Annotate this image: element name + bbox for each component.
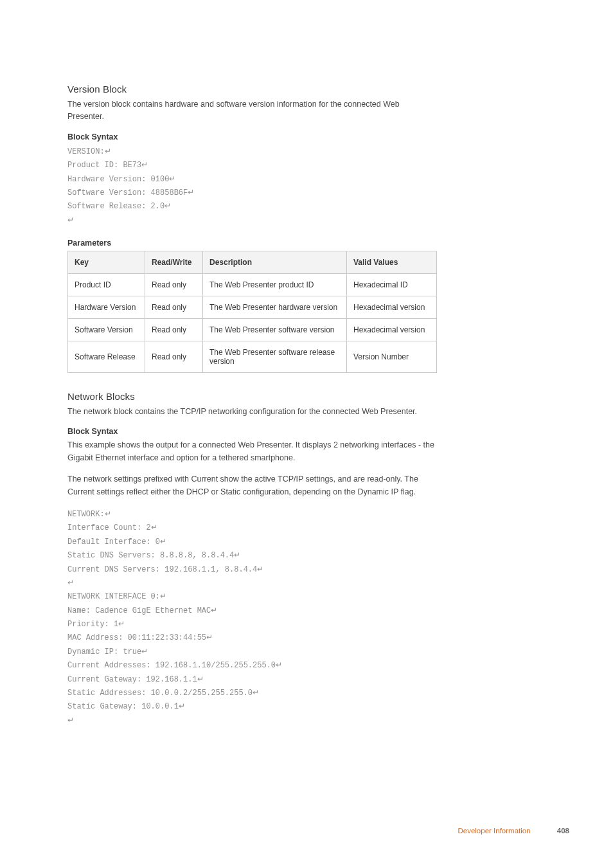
version-code-block: VERSION:↵ Product ID: BE73↵ Hardware Ver… <box>67 145 437 227</box>
col-header-valid: Valid Values <box>347 251 437 274</box>
col-header-desc: Description <box>203 251 347 274</box>
return-icon: ↵ <box>118 617 125 630</box>
return-icon: ↵ <box>188 186 194 199</box>
table-cell: Read only <box>145 341 203 373</box>
return-icon: ↵ <box>67 213 74 226</box>
parameters-heading: Parameters <box>67 239 437 248</box>
version-block-heading: Version Block <box>67 84 437 95</box>
return-icon: ↵ <box>206 631 213 644</box>
return-icon: ↵ <box>67 576 74 589</box>
table-cell: Hardware Version <box>68 296 145 319</box>
footer-section-label: Developer Information <box>458 827 530 835</box>
table-cell: The Web Presenter software release versi… <box>203 341 347 373</box>
table-cell: Hexadecimal version <box>347 296 437 319</box>
table-cell: Product ID <box>68 274 145 296</box>
page-content: Version Block The version block contains… <box>0 0 501 727</box>
return-icon: ↵ <box>197 673 204 685</box>
return-icon: ↵ <box>253 686 259 699</box>
table-row: Hardware VersionRead onlyThe Web Present… <box>68 296 437 319</box>
network-blocks-intro: The network block contains the TCP/IP ne… <box>67 406 437 418</box>
return-icon: ↵ <box>141 158 148 171</box>
table-cell: Read only <box>145 319 203 341</box>
table-cell: Read only <box>145 296 203 319</box>
parameters-tbody: Product IDRead onlyThe Web Presenter pro… <box>68 274 437 373</box>
return-icon: ↵ <box>211 604 217 617</box>
network-para-2: The network settings prefixed with Curre… <box>67 473 437 498</box>
return-icon: ↵ <box>105 507 111 520</box>
table-cell: Hexadecimal version <box>347 319 437 341</box>
table-row: Software VersionRead onlyThe Web Present… <box>68 319 437 341</box>
return-icon: ↵ <box>276 658 282 671</box>
return-icon: ↵ <box>257 563 263 575</box>
table-row: Software ReleaseRead onlyThe Web Present… <box>68 341 437 373</box>
block-syntax-heading-2: Block Syntax <box>67 427 437 436</box>
table-cell: Software Version <box>68 319 145 341</box>
return-icon: ↵ <box>164 199 171 212</box>
return-icon: ↵ <box>160 535 166 548</box>
block-syntax-heading-1: Block Syntax <box>67 132 437 141</box>
col-header-key: Key <box>68 251 145 274</box>
network-blocks-heading: Network Blocks <box>67 391 437 402</box>
table-cell: Version Number <box>347 341 437 373</box>
return-icon: ↵ <box>179 700 185 712</box>
table-cell: Hexadecimal ID <box>347 274 437 296</box>
table-cell: Read only <box>145 274 203 296</box>
return-icon: ↵ <box>169 172 175 185</box>
col-header-rw: Read/Write <box>145 251 203 274</box>
table-cell: The Web Presenter product ID <box>203 274 347 296</box>
return-icon: ↵ <box>67 714 74 727</box>
return-icon: ↵ <box>160 590 166 602</box>
table-cell: The Web Presenter software version <box>203 319 347 341</box>
return-icon: ↵ <box>151 521 157 534</box>
table-header-row: Key Read/Write Description Valid Values <box>68 251 437 274</box>
footer-page-number: 408 <box>557 827 569 835</box>
return-icon: ↵ <box>105 145 111 158</box>
parameters-table: Key Read/Write Description Valid Values … <box>67 251 437 373</box>
network-para-1: This example shows the output for a conn… <box>67 439 437 464</box>
return-icon: ↵ <box>141 645 148 658</box>
table-cell: Software Release <box>68 341 145 373</box>
page-footer: Developer Information 408 <box>458 827 569 835</box>
version-block-intro: The version block contains hardware and … <box>67 98 437 123</box>
return-icon: ↵ <box>234 548 240 561</box>
table-row: Product IDRead onlyThe Web Presenter pro… <box>68 274 437 296</box>
table-cell: The Web Presenter hardware version <box>203 296 347 319</box>
network-code-block: NETWORK:↵ Interface Count: 2↵ Default In… <box>67 507 437 727</box>
